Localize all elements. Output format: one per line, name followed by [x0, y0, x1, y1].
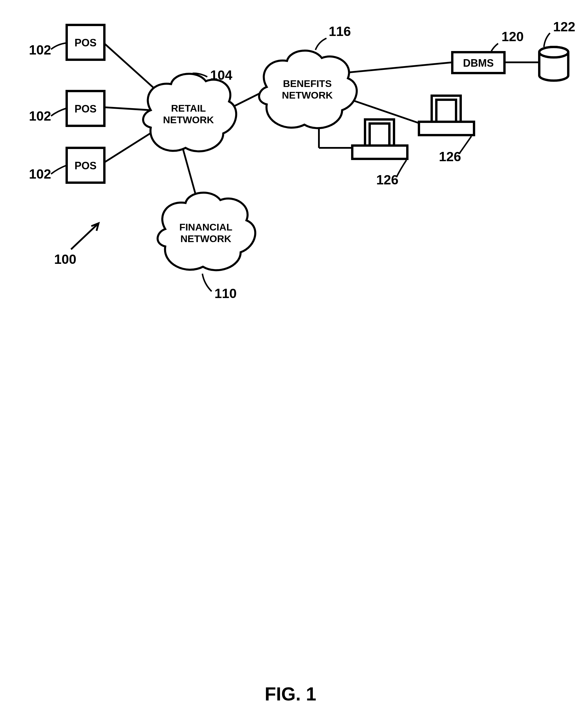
- svg-rect-17: [370, 124, 389, 146]
- benefits-label-line1: BENEFITS: [283, 78, 332, 89]
- ref-116: 116: [329, 24, 351, 39]
- terminal-2: [419, 96, 474, 135]
- benefits-network-cloud: BENEFITS NETWORK: [259, 51, 357, 128]
- svg-line-1: [104, 107, 151, 110]
- svg-line-3: [183, 148, 197, 200]
- svg-line-5: [348, 62, 452, 73]
- svg-rect-21: [419, 122, 474, 135]
- svg-point-15: [539, 47, 568, 57]
- ref-102-b: 102: [29, 108, 51, 124]
- dbms-box: DBMS: [452, 52, 504, 73]
- svg-line-22: [71, 223, 99, 249]
- dbms-label: DBMS: [463, 57, 494, 69]
- diagram-page: POS POS POS RETAIL NETWORK FINANCIAL NET…: [0, 0, 581, 728]
- retail-label-line1: RETAIL: [171, 103, 206, 114]
- retail-network-cloud: RETAIL NETWORK: [143, 74, 236, 151]
- financial-label-line2: NETWORK: [180, 233, 231, 244]
- benefits-label-line2: NETWORK: [282, 89, 333, 101]
- ref-104: 104: [210, 68, 233, 83]
- pos-label-3: POS: [75, 160, 97, 172]
- svg-rect-20: [436, 100, 456, 122]
- ref-122: 122: [553, 19, 576, 34]
- pos-box-1: POS: [67, 25, 104, 60]
- diagram-ref-arrow: [71, 223, 99, 249]
- ref-126-b: 126: [439, 149, 461, 164]
- financial-network-cloud: FINANCIAL NETWORK: [158, 193, 256, 270]
- financial-label-line1: FINANCIAL: [179, 222, 232, 233]
- figure-caption: FIG. 1: [0, 683, 581, 705]
- ref-126-a: 126: [376, 172, 399, 187]
- terminal-1: [352, 120, 407, 159]
- ref-102-c: 102: [29, 166, 51, 181]
- diagram-svg: POS POS POS RETAIL NETWORK FINANCIAL NET…: [0, 0, 581, 377]
- ref-100: 100: [54, 252, 77, 267]
- pos-box-2: POS: [67, 91, 104, 126]
- ref-102-a: 102: [29, 42, 51, 57]
- retail-label-line2: NETWORK: [163, 114, 214, 125]
- svg-rect-18: [352, 146, 407, 159]
- pos-box-3: POS: [67, 148, 104, 183]
- database-cylinder: [539, 47, 568, 81]
- pos-label-2: POS: [75, 103, 97, 115]
- pos-label-1: POS: [75, 37, 97, 49]
- ref-120: 120: [502, 29, 524, 44]
- ref-110: 110: [214, 286, 237, 301]
